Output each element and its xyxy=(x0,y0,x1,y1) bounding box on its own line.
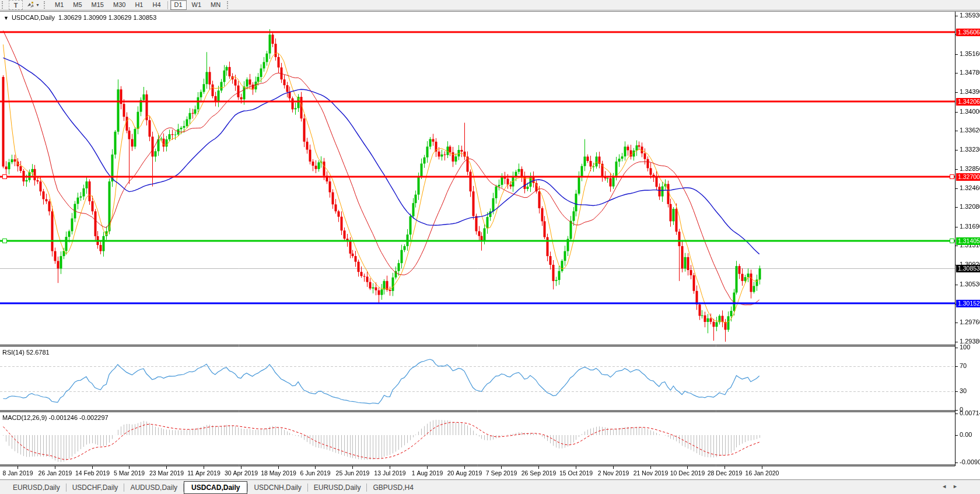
rsi-label: RSI(14) 52.6781 xyxy=(2,349,50,356)
timeframe-button-M5[interactable]: M5 xyxy=(69,0,86,10)
toolbar-grip[interactable] xyxy=(44,1,48,9)
text-tool-button[interactable]: T xyxy=(9,0,23,10)
ohlc-low: 1.30629 xyxy=(108,14,132,21)
tab-EURUSD-Daily[interactable]: EURUSD,Daily xyxy=(308,482,367,493)
tab-GBPUSD-H4[interactable]: GBPUSD,H4 xyxy=(367,482,419,493)
timeframe-button-H4[interactable]: H4 xyxy=(148,0,164,10)
timeframe-button-D1[interactable]: D1 xyxy=(170,0,187,10)
tab-scroll-left-icon[interactable]: ◄ xyxy=(942,484,953,489)
timeframe-button-M15[interactable]: M15 xyxy=(88,0,108,10)
toolbar-grip[interactable] xyxy=(2,1,6,9)
style-tool-button[interactable]: ▾ xyxy=(24,1,41,9)
chevron-down-icon: ▾ xyxy=(36,2,38,8)
ohlc-high: 1.30909 xyxy=(83,14,107,21)
chart-ohlc-header[interactable]: ▼USDCAD,Daily 1.30629 1.30909 1.30629 1.… xyxy=(4,14,156,21)
timeframe-button-MN[interactable]: MN xyxy=(206,0,225,10)
current-price-label: 1.30853 xyxy=(956,265,980,272)
tab-scroll-right-icon[interactable]: ► xyxy=(953,484,964,489)
tab-AUDUSD-Daily[interactable]: AUDUSD,Daily xyxy=(124,482,183,493)
price-label-1.30152: 1.30152 xyxy=(956,300,980,307)
tab-USDCHF-Daily[interactable]: USDCHF,Daily xyxy=(66,482,124,493)
symbol-title: USDCAD,Daily xyxy=(12,14,55,21)
macd-label: MACD(12,26,9) -0.001246 -0.002297 xyxy=(2,414,108,421)
timeframe-buttons: M1M5M15M30H1H4D1W1MN xyxy=(50,0,225,10)
tab-scroll-buttons: ◄► xyxy=(942,484,964,489)
symbol-dropdown-icon[interactable]: ▼ xyxy=(4,15,9,21)
price-label-1.32700: 1.32700 xyxy=(956,173,980,181)
timeframe-button-M1[interactable]: M1 xyxy=(51,0,68,10)
timeframe-button-M30[interactable]: M30 xyxy=(109,0,130,10)
chart-canvas[interactable] xyxy=(0,0,980,479)
ohlc-open: 1.30629 xyxy=(58,14,82,21)
price-label-1.34206: 1.34206 xyxy=(956,98,980,106)
timeframe-button-H1[interactable]: H1 xyxy=(131,0,147,10)
tab-EURUSD-Daily[interactable]: EURUSD,Daily xyxy=(7,482,66,493)
mt4-terminal: { "toolbar": { "text_tool_label": "T", "… xyxy=(0,0,980,494)
symbol-tab-bar: EURUSD,DailyUSDCHF,DailyAUDUSD,DailyUSDC… xyxy=(0,479,980,494)
toolbar: T ▾ M1M5M15M30H1H4D1W1MN xyxy=(0,0,980,10)
toolbar-grip[interactable] xyxy=(227,1,232,9)
price-label-1.35606: 1.35606 xyxy=(956,29,980,36)
timeframe-button-W1[interactable]: W1 xyxy=(188,0,206,10)
style-arrows-icon xyxy=(26,1,35,9)
text-tool-icon: T xyxy=(14,2,18,9)
symbol-tabs: EURUSD,DailyUSDCHF,DailyAUDUSD,DailyUSDC… xyxy=(7,481,419,494)
ohlc-close: 1.30853 xyxy=(134,14,157,21)
price-label-1.31405: 1.31405 xyxy=(956,237,980,245)
tab-USDCNH-Daily[interactable]: USDCNH,Daily xyxy=(248,482,307,493)
tab-USDCAD-Daily[interactable]: USDCAD,Daily xyxy=(184,481,247,494)
